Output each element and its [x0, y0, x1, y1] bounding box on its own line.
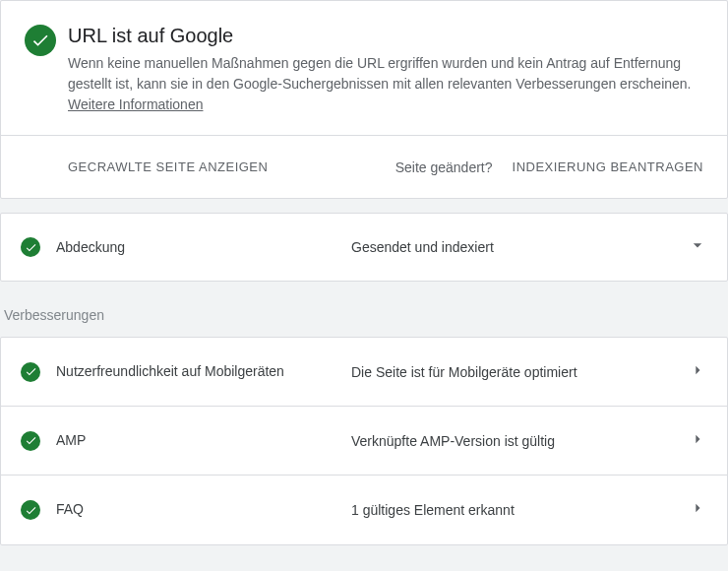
list-item[interactable]: Nutzerfreundlichkeit auf Mobilgeräten Di…	[1, 338, 727, 407]
list-item[interactable]: FAQ 1 gültiges Element erkannt	[1, 476, 727, 544]
enhancement-value: Die Seite ist für Mobilgeräte optimiert	[351, 364, 688, 380]
more-info-link[interactable]: Weitere Informationen	[68, 96, 203, 112]
view-crawled-button[interactable]: GECRAWLTE SEITE ANZEIGEN	[68, 152, 268, 182]
enhancement-value: Verknüpfte AMP-Version ist gültig	[351, 433, 688, 449]
chevron-down-icon	[688, 235, 707, 259]
status-actions: GECRAWLTE SEITE ANZEIGEN Seite geändert?…	[1, 136, 727, 198]
request-indexing-button[interactable]: INDEXIERUNG BEANTRAGEN	[513, 152, 703, 182]
status-body: URL ist auf Google Wenn keine manuellen …	[68, 25, 703, 115]
status-card: URL ist auf Google Wenn keine manuellen …	[0, 0, 728, 199]
enhancement-value: 1 gültiges Element erkannt	[351, 502, 688, 518]
list-item[interactable]: AMP Verknüpfte AMP-Version ist gültig	[1, 407, 727, 476]
coverage-row[interactable]: Abdeckung Gesendet und indexiert	[0, 213, 728, 282]
enhancement-label: FAQ	[56, 500, 351, 520]
chevron-right-icon	[688, 429, 707, 453]
status-description: Wenn keine manuellen Maßnahmen gegen die…	[68, 53, 703, 115]
check-circle-icon	[25, 25, 56, 56]
coverage-label: Abdeckung	[56, 239, 351, 255]
check-circle-icon	[21, 500, 40, 520]
status-header: URL ist auf Google Wenn keine manuellen …	[1, 1, 727, 136]
enhancement-label: Nutzerfreundlichkeit auf Mobilgeräten	[56, 362, 351, 382]
chevron-right-icon	[688, 360, 707, 384]
actions-right: Seite geändert? INDEXIERUNG BEANTRAGEN	[395, 152, 703, 182]
status-title: URL ist auf Google	[68, 25, 703, 47]
check-circle-icon	[21, 237, 40, 257]
enhancement-label: AMP	[56, 431, 351, 451]
status-icon-col	[25, 25, 68, 115]
status-description-text: Wenn keine manuellen Maßnahmen gegen die…	[68, 55, 692, 92]
enhancements-card: Nutzerfreundlichkeit auf Mobilgeräten Di…	[0, 337, 728, 545]
enhancements-title: Verbesserungen	[4, 307, 728, 323]
coverage-value: Gesendet und indexiert	[351, 239, 688, 255]
check-circle-icon	[21, 362, 40, 382]
page-changed-label: Seite geändert?	[395, 159, 493, 175]
check-circle-icon	[21, 431, 40, 451]
chevron-right-icon	[688, 498, 707, 522]
